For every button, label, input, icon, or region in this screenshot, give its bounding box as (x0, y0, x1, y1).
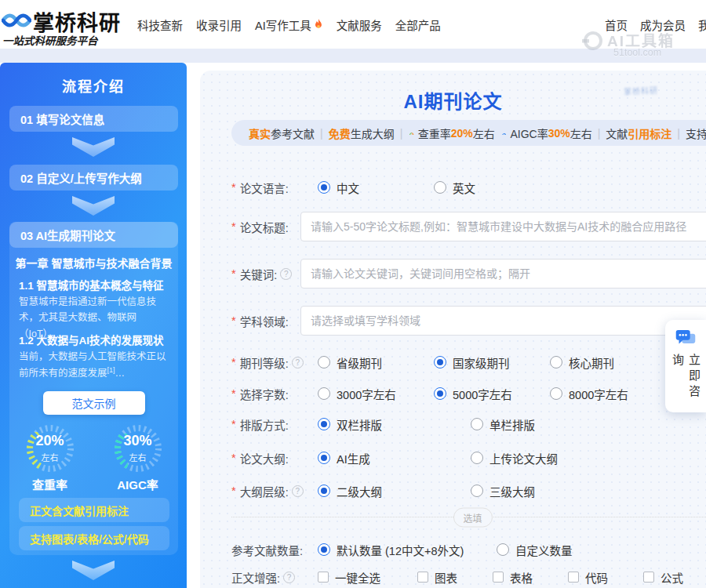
checkbox-icon[interactable] (493, 572, 504, 583)
checkbox-tables[interactable]: 表格 (493, 569, 568, 586)
radio-core-journal[interactable]: 核心期刊 (550, 354, 666, 371)
sample-chapter-title: 第一章 智慧城市与技术融合背景 (9, 255, 178, 270)
sidebar-title: 流程介绍 (0, 75, 187, 96)
radio-icon[interactable] (471, 452, 483, 464)
radio-english[interactable]: 英文 (434, 180, 550, 196)
label-text: 选择字数: (240, 386, 289, 402)
radio-icon[interactable] (318, 418, 330, 430)
feature-real-highlight: 真实 (249, 125, 271, 141)
feature-bar: 真实 参考文献 | 免费 生成大纲 | 查重率 20% 左右 AIGC率 30%… (231, 120, 706, 146)
nav-item-literature[interactable]: 文献服务 (337, 16, 382, 33)
checkbox-icon[interactable] (568, 572, 579, 583)
form-row-outline: *论文大纲: AI生成 上传论文大纲 (231, 448, 706, 468)
radio-one-column[interactable]: 单栏排版 (471, 416, 624, 433)
step-3-pill[interactable]: 03 AI生成期刊论文 (9, 222, 178, 248)
subject-input[interactable] (300, 306, 706, 336)
radio-icon[interactable] (318, 181, 330, 194)
radio-icon[interactable] (318, 387, 330, 400)
checkbox-icon[interactable] (643, 572, 654, 583)
radio-icon[interactable] (318, 543, 330, 556)
radio-icon[interactable] (318, 452, 330, 464)
radio-two-column[interactable]: 双栏排版 (318, 416, 471, 433)
radio-icon[interactable] (550, 387, 562, 400)
checkbox-charts[interactable]: 图表 (417, 569, 493, 586)
nav-item-become-member[interactable]: 成为会员 (640, 16, 686, 33)
radio-two-level-outline[interactable]: 二级大纲 (318, 483, 471, 499)
help-icon[interactable]: ? (283, 572, 295, 583)
label-text: 论文大纲: (240, 450, 289, 466)
radio-icon[interactable] (318, 485, 330, 497)
checkbox-icon[interactable] (318, 572, 329, 583)
duplicate-rate-value: 20% (24, 433, 76, 449)
arrow-down-icon (72, 561, 115, 580)
radio-default-reference-count[interactable]: 默认数量 (12中文+8外文) (318, 542, 497, 558)
help-icon[interactable]: ? (280, 268, 292, 280)
feature-dup-rate-value: 20% (451, 127, 473, 140)
reference-count-label: 参考文献数量: (231, 542, 318, 558)
page: 掌桥科研 一站式科研服务平台 科技查新 收录引用 AI写作工具 文献服务 全部产… (0, 0, 706, 588)
arrow-down-icon (72, 137, 115, 157)
form-row-journal-level: *期刊等级:? 省级期刊 国家级期刊 核心期刊 (231, 352, 706, 372)
radio-icon[interactable] (471, 485, 483, 497)
brand-logo[interactable]: 掌桥科研 一站式科研服务平台 (2, 3, 127, 47)
radio-icon[interactable] (550, 356, 562, 368)
radio-icon[interactable] (318, 356, 330, 368)
radio-icon[interactable] (497, 543, 509, 556)
radio-icon[interactable] (434, 387, 446, 400)
help-icon[interactable]: ? (292, 485, 304, 497)
radio-icon[interactable] (434, 181, 446, 194)
nav-item-home[interactable]: 首页 (605, 16, 628, 33)
separator: | (400, 127, 403, 140)
form-row-outline-level: *大纲层级:? 二级大纲 三级大纲 (231, 481, 706, 501)
help-icon[interactable]: ? (292, 357, 304, 368)
process-sidebar: 流程介绍 01 填写论文信息 02 自定义/上传写作大纲 03 AI生成期刊论文… (0, 63, 187, 588)
nav-item-ai-writing[interactable]: AI写作工具 (255, 16, 323, 33)
consult-widget[interactable]: 立即咨询 (665, 320, 706, 412)
nav-item-all-products[interactable]: 全部产品 (395, 16, 441, 33)
aigc-rate-value: 30% (112, 433, 164, 449)
checkbox-code[interactable]: 代码 (568, 569, 643, 586)
radio-chinese[interactable]: 中文 (318, 180, 434, 196)
feature-citation-highlight: 引用标注 (628, 125, 671, 141)
label-text: 正文增强: (231, 569, 280, 586)
checkbox-icon[interactable] (417, 572, 428, 583)
nav-item-tech-novelty[interactable]: 科技查新 (137, 16, 183, 33)
radio-provincial-journal[interactable]: 省级期刊 (318, 354, 434, 371)
nav-item-citation[interactable]: 收录引用 (196, 16, 242, 33)
option-text: 英文 (453, 180, 475, 196)
faint-stamp: 掌桥科研 (624, 84, 658, 97)
checkbox-formula[interactable]: 公式 (643, 569, 683, 586)
radio-upload-outline[interactable]: 上传论文大纲 (471, 450, 624, 466)
radio-ai-generated-outline[interactable]: AI生成 (318, 450, 471, 466)
separator: | (320, 127, 323, 140)
nav-item-ai-writing-label: AI写作工具 (255, 16, 311, 33)
aigc-rate-approx: 左右 (112, 451, 164, 463)
arrow-down-icon (72, 196, 115, 216)
sample-preview-panel: 03 AI生成期刊论文 第一章 智慧城市与技术融合背景 1.1 智慧城市的基本概… (9, 222, 178, 555)
nav-item-my-account[interactable]: 我的 (698, 16, 706, 33)
checkbox-select-all[interactable]: 一键全选 (318, 569, 417, 586)
radio-custom-reference-count[interactable]: 自定义数量 (497, 542, 675, 558)
language-label: *论文语言: (231, 180, 318, 196)
feature-citation-row: 正文含文献引用标注 (19, 498, 169, 522)
radio-3000-words[interactable]: 3000字左右 (318, 386, 434, 402)
radio-8000-words[interactable]: 8000字左右 (550, 386, 666, 402)
required-mark: * (231, 356, 236, 368)
form-row-keywords: *关键词:? (231, 259, 706, 289)
radio-icon[interactable] (471, 418, 483, 430)
paper-title-input[interactable] (300, 212, 706, 241)
feature-support: 支持 (686, 125, 706, 141)
required-mark: * (231, 387, 236, 400)
subject-label: *学科领域: (231, 313, 300, 329)
step-2-pill[interactable]: 02 自定义/上传写作大纲 (9, 165, 178, 191)
sample-section-2-text: 当前，大数据与人工智能技术正以前所未有的速度发展 (19, 351, 166, 379)
keywords-input[interactable] (300, 259, 706, 289)
radio-national-journal[interactable]: 国家级期刊 (434, 354, 550, 371)
option-text: AI生成 (337, 450, 370, 466)
duplicate-rate-label: 查重率 (16, 476, 84, 492)
radio-three-level-outline[interactable]: 三级大纲 (471, 483, 624, 499)
sample-demo-button[interactable]: 范文示例 (43, 391, 145, 415)
radio-icon[interactable] (434, 356, 446, 368)
step-1-pill[interactable]: 01 填写论文信息 (9, 106, 178, 132)
radio-5000-words[interactable]: 5000字左右 (434, 386, 550, 402)
